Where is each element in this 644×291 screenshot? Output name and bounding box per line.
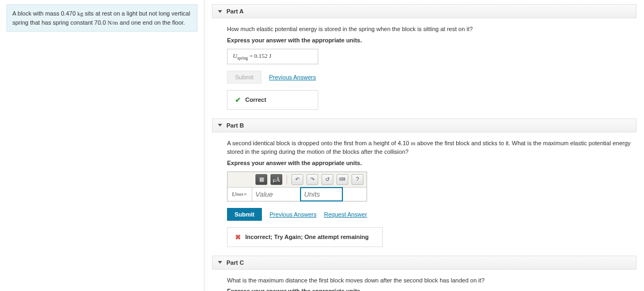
- template-button[interactable]: ▦: [255, 174, 267, 185]
- problem-statement: A block with mass 0.470 kg sits at rest …: [6, 4, 197, 32]
- chevron-down-icon: [218, 10, 222, 13]
- redo-button[interactable]: ↷: [306, 174, 318, 185]
- part-b-header[interactable]: Part B: [212, 118, 636, 132]
- chevron-down-icon: [218, 261, 222, 264]
- height-unit: m: [411, 140, 415, 146]
- feedback-text: Correct: [245, 96, 266, 103]
- feedback-text: Incorrect; Try Again; One attempt remain…: [245, 234, 369, 240]
- submit-button-disabled: Submit: [227, 71, 261, 84]
- value-input[interactable]: [252, 188, 301, 201]
- symbols-button[interactable]: μÅ: [270, 174, 282, 185]
- part-b-title: Part B: [226, 122, 244, 129]
- part-a-question: How much elastic potential energy is sto…: [227, 25, 632, 34]
- answer-var: U: [233, 53, 237, 59]
- problem-text: A block with mass 0.470: [12, 10, 77, 17]
- part-a-title: Part A: [226, 8, 244, 14]
- variable-label: Umax =: [228, 188, 252, 201]
- problem-text-after: and one end on the floor.: [118, 19, 185, 26]
- undo-button[interactable]: ↶: [291, 174, 303, 185]
- part-b-instruction: Express your answer with the appropriate…: [227, 160, 632, 166]
- part-c-title: Part C: [226, 259, 244, 266]
- mass-unit: kg: [77, 10, 83, 17]
- feedback-correct: ✔ Correct: [227, 90, 318, 110]
- submit-button[interactable]: Submit: [227, 208, 262, 221]
- previous-answers-link[interactable]: Previous Answers: [269, 211, 316, 218]
- input-toolbar: ▦ μÅ ↶ ↷ ↺ ⌨ ?: [228, 172, 367, 188]
- part-b-question: A second identical block is dropped onto…: [227, 139, 632, 156]
- units-input[interactable]: [300, 187, 343, 202]
- chevron-down-icon: [218, 124, 222, 126]
- request-answer-link[interactable]: Request Answer: [324, 211, 367, 218]
- answer-sub: spring: [237, 56, 248, 61]
- answer-input-frame: ▦ μÅ ↶ ↷ ↺ ⌨ ? Umax =: [227, 171, 367, 202]
- check-icon: ✔: [235, 96, 241, 104]
- qb-before: A second identical block is dropped onto…: [227, 140, 411, 146]
- feedback-incorrect: ✖ Incorrect; Try Again; One attempt rema…: [227, 227, 383, 247]
- part-a-instruction: Express your answer with the appropriate…: [227, 37, 632, 43]
- previous-answers-link[interactable]: Previous Answers: [269, 74, 316, 80]
- reset-button[interactable]: ↺: [321, 174, 333, 185]
- part-a-answer: Uspring = 0.152 J: [227, 49, 318, 64]
- x-icon: ✖: [235, 233, 241, 241]
- part-c-question: What is the maximum distance the first b…: [227, 276, 632, 285]
- answer-value: = 0.152 J: [248, 53, 271, 59]
- part-c-header[interactable]: Part C: [212, 256, 636, 270]
- keyboard-button[interactable]: ⌨: [336, 174, 348, 185]
- part-a-header[interactable]: Part A: [212, 4, 636, 18]
- help-button[interactable]: ?: [352, 174, 363, 185]
- spring-constant-unit: N/m: [107, 19, 118, 26]
- part-c-instruction: Express your answer with the appropriate…: [227, 288, 632, 291]
